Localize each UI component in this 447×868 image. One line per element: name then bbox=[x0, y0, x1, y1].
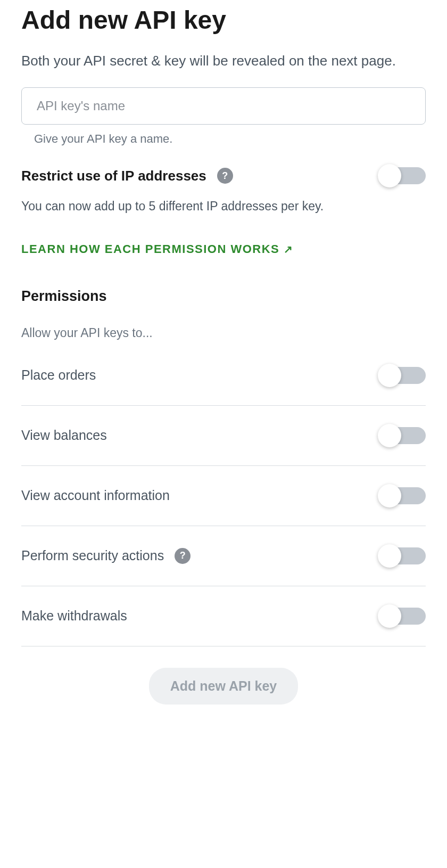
external-link-icon: ↗ bbox=[284, 243, 294, 256]
permission-security-actions-toggle[interactable] bbox=[380, 547, 426, 564]
permission-make-withdrawals-toggle[interactable] bbox=[380, 608, 426, 625]
permissions-heading: Permissions bbox=[21, 288, 426, 305]
learn-permissions-label: LEARN HOW EACH PERMISSION WORKS bbox=[21, 242, 279, 256]
page-title: Add new API key bbox=[21, 5, 426, 35]
page-subtitle: Both your API secret & key will be revea… bbox=[21, 51, 426, 71]
permission-security-actions: Perform security actions ? bbox=[21, 547, 426, 586]
permission-label: View account information bbox=[21, 488, 170, 503]
permission-label: Make withdrawals bbox=[21, 608, 127, 624]
permission-label: Perform security actions bbox=[21, 548, 164, 563]
ip-restriction-toggle[interactable] bbox=[380, 167, 426, 184]
permission-label: View balances bbox=[21, 428, 107, 443]
permission-view-balances-toggle[interactable] bbox=[380, 427, 426, 444]
add-api-key-button[interactable]: Add new API key bbox=[149, 668, 299, 705]
api-key-name-input[interactable] bbox=[21, 87, 426, 125]
ip-restriction-label: Restrict use of IP addresses bbox=[21, 168, 206, 184]
api-key-name-hint: Give your API key a name. bbox=[21, 132, 426, 146]
learn-permissions-link[interactable]: LEARN HOW EACH PERMISSION WORKS ↗ bbox=[21, 242, 294, 256]
permission-label: Place orders bbox=[21, 367, 96, 383]
permission-view-balances: View balances bbox=[21, 427, 426, 466]
permission-view-account-info: View account information bbox=[21, 487, 426, 526]
permission-place-orders: Place orders bbox=[21, 367, 426, 406]
permission-make-withdrawals: Make withdrawals bbox=[21, 608, 426, 646]
permissions-subtitle: Allow your API keys to... bbox=[21, 326, 426, 340]
submit-wrapper: Add new API key bbox=[21, 668, 426, 705]
help-icon[interactable]: ? bbox=[175, 548, 191, 564]
help-icon[interactable]: ? bbox=[217, 168, 233, 184]
permission-place-orders-toggle[interactable] bbox=[380, 367, 426, 384]
ip-restriction-description: You can now add up to 5 different IP add… bbox=[21, 197, 426, 216]
api-key-name-wrapper bbox=[21, 87, 426, 125]
ip-restriction-row: Restrict use of IP addresses ? bbox=[21, 167, 426, 184]
permission-view-account-info-toggle[interactable] bbox=[380, 487, 426, 504]
